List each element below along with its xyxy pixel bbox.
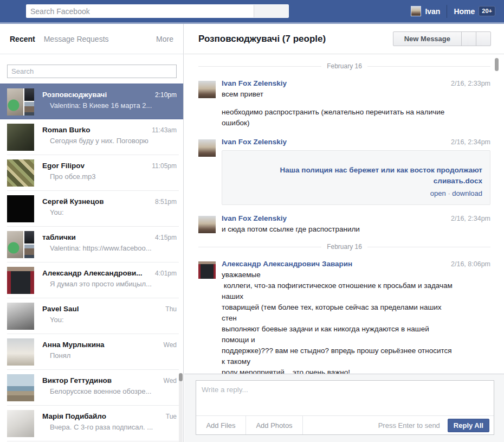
reply-toolbar: Add Files Add Photos Press Enter to send… bbox=[196, 415, 494, 434]
tab-recent[interactable]: Recent bbox=[10, 35, 35, 43]
message: Ivan Fox Zelenskiy2/16, 2:34pmНаша полиц… bbox=[198, 138, 490, 205]
thread-settings-button[interactable] bbox=[476, 31, 491, 46]
file-attachment[interactable]: Наша полиция нас бережет или как восток … bbox=[222, 150, 490, 205]
conversation-item[interactable]: Александр Александрови...4:01pmЯ думал э… bbox=[0, 262, 183, 298]
message-header: Ivan Fox Zelenskiy2/16, 2:34pm bbox=[222, 138, 490, 146]
conversation-item[interactable]: Розповсюджувачі2:10pmValentina: В Киеве … bbox=[0, 84, 183, 119]
attachment-action-download[interactable]: download bbox=[452, 189, 482, 197]
add-files-button[interactable]: Add Files bbox=[196, 416, 246, 434]
message: Александр Александрович Заварин2/16, 8:0… bbox=[198, 260, 490, 374]
conversation-top-row: Александр Александрови...4:01pm bbox=[42, 269, 177, 277]
conversation-snippet: Белорусское военное обозре... bbox=[42, 387, 177, 395]
profile-avatar[interactable] bbox=[411, 6, 421, 16]
message-line: выполняют боевые задачи и как никогда ну… bbox=[222, 324, 490, 335]
message-author-link[interactable]: Ivan Fox Zelenskiy bbox=[222, 138, 287, 146]
conversation-list: Розповсюджувачі2:10pmValentina: В Киеве … bbox=[0, 84, 183, 441]
conversation-name: Анна Мурлыкина bbox=[42, 341, 160, 349]
search-button[interactable] bbox=[254, 5, 288, 17]
global-search-input[interactable] bbox=[26, 4, 289, 18]
conversation-top-row: Pavel SaulThu bbox=[42, 305, 177, 313]
message-avatar[interactable] bbox=[198, 261, 216, 279]
tab-message-requests[interactable]: Message Requests bbox=[44, 35, 109, 43]
thread-header: Розповсюджувачі (7 people) New Message bbox=[184, 24, 504, 54]
message-timestamp: 2/16, 2:34pm bbox=[451, 215, 490, 222]
home-link[interactable]: Home bbox=[454, 7, 475, 16]
group-avatar-tile bbox=[23, 231, 34, 245]
notification-count-badge[interactable]: 20+ bbox=[479, 6, 495, 16]
messages-sidebar: Recent Message Requests More Розповсюджу… bbox=[0, 24, 184, 442]
message-line: и сюда потом ссылке где распостранили bbox=[222, 224, 490, 235]
conversation-item[interactable]: Сергей Кузнецов8:51pmYou: bbox=[0, 191, 183, 227]
message-line: стен bbox=[222, 313, 490, 324]
conversation-text: Александр Александрови...4:01pmЯ думал э… bbox=[42, 267, 177, 298]
conversation-snippet: You: bbox=[42, 316, 177, 324]
conversation-search-input[interactable] bbox=[7, 65, 177, 78]
conversation-snippet: Сегодня буду у них. Поговорю bbox=[42, 137, 177, 145]
message-line: всем привет bbox=[222, 89, 490, 100]
attachment-actions: open · download bbox=[230, 188, 482, 199]
conversation-snippet: Вчера. С 3-го раза подписал. ... bbox=[42, 423, 177, 431]
conversation-text: Roman Burko11:43amСегодня буду у них. По… bbox=[42, 124, 177, 155]
conversation-text: Виктор ГеттудиновWedБелорусское военное … bbox=[42, 374, 177, 406]
message-line: коллеги, что-за пофигистическое отношени… bbox=[222, 280, 490, 291]
message-line: необходимо распространить (желательно пе… bbox=[222, 107, 490, 118]
attachment-action-open[interactable]: open bbox=[430, 189, 446, 197]
conversation-text: Сергей Кузнецов8:51pmYou: bbox=[42, 195, 177, 227]
conversation-time: Tue bbox=[166, 413, 177, 420]
conversation-time: 11:05pm bbox=[152, 162, 177, 170]
conversation-item[interactable]: Egor Filipov11:05pmПро обсе.mp3 bbox=[0, 155, 183, 191]
conversation-snippet: Valentina: https://www.faceboo... bbox=[42, 244, 177, 252]
conversation-item[interactable]: таблички4:15pmValentina: https://www.fac… bbox=[0, 227, 183, 262]
group-avatar-tile bbox=[23, 245, 34, 258]
add-photos-button[interactable]: Add Photos bbox=[246, 416, 303, 434]
message-line: поддержке)??? вам не стыдно? впредь прош… bbox=[222, 345, 490, 356]
divider-line bbox=[367, 247, 490, 247]
conversation-avatar bbox=[7, 303, 34, 330]
conversation-text: таблички4:15pmValentina: https://www.fac… bbox=[42, 231, 177, 262]
conversation-time: Thu bbox=[165, 305, 177, 313]
sidebar-scrollbar-thumb[interactable] bbox=[179, 373, 183, 381]
conversation-item[interactable]: Анна МурлыкинаWedПонял bbox=[0, 334, 183, 370]
conversation-item[interactable]: Марія ПодибайлоTueВчера. С 3-го раза под… bbox=[0, 406, 183, 441]
conversation-text: Pavel SaulThuYou: bbox=[42, 303, 177, 334]
more-link[interactable]: More bbox=[156, 35, 173, 43]
conversation-time: 8:51pm bbox=[155, 198, 177, 206]
message-avatar[interactable] bbox=[198, 139, 216, 157]
profile-name-link[interactable]: Ivan bbox=[425, 7, 440, 16]
global-search bbox=[26, 4, 289, 18]
message-author-link[interactable]: Ivan Fox Zelenskiy bbox=[222, 214, 287, 222]
conversation-avatar bbox=[7, 159, 34, 187]
message-timestamp: 2/16, 8:06pm bbox=[451, 260, 490, 268]
conversation-avatar bbox=[7, 88, 34, 116]
message-avatar[interactable] bbox=[198, 216, 216, 233]
message-line: уважаемые bbox=[222, 270, 490, 280]
conversation-item[interactable]: Виктор ГеттудиновWedБелорусское военное … bbox=[0, 370, 183, 406]
conversation-avatar bbox=[7, 267, 34, 294]
message-avatar[interactable] bbox=[198, 81, 216, 98]
thread-actions-button[interactable] bbox=[461, 31, 476, 46]
attachment-filename[interactable]: Наша полиция нас бережет или как восток … bbox=[230, 165, 482, 187]
message-line: помощи и bbox=[222, 335, 490, 345]
divider-line bbox=[367, 66, 490, 67]
divider-line bbox=[198, 66, 321, 67]
conversation-item[interactable]: Roman Burko11:43amСегодня буду у них. По… bbox=[0, 119, 183, 155]
conversation-name: Pavel Saul bbox=[42, 305, 162, 313]
reply-input[interactable] bbox=[196, 381, 494, 415]
new-message-button[interactable]: New Message bbox=[393, 31, 462, 46]
message-timestamp: 2/16, 2:34pm bbox=[451, 138, 490, 146]
conversation-text: Розповсюджувачі2:10pmValentina: В Киеве … bbox=[42, 88, 177, 119]
reply-all-button[interactable]: Reply All bbox=[448, 419, 489, 432]
message-author-link[interactable]: Александр Александрович Заварин bbox=[222, 260, 352, 268]
message-line: ошибок) bbox=[222, 118, 490, 129]
conversation-top-row: Сергей Кузнецов8:51pm bbox=[42, 197, 177, 206]
message-line: товарищей (тем более тех, которые сейчас… bbox=[222, 302, 490, 313]
conversation-top-row: Roman Burko11:43am bbox=[42, 126, 177, 134]
conversation-top-row: Egor Filipov11:05pm bbox=[42, 162, 177, 170]
messages-scrollbar-thumb[interactable] bbox=[495, 58, 499, 71]
conversation-name: Egor Filipov bbox=[42, 162, 148, 170]
conversation-time: 4:01pm bbox=[155, 270, 177, 277]
conversation-item[interactable]: Pavel SaulThuYou: bbox=[0, 298, 183, 334]
message-paragraph: и сюда потом ссылке где распостранили bbox=[222, 224, 490, 235]
sidebar-scrollbar[interactable] bbox=[179, 373, 183, 442]
message-author-link[interactable]: Ivan Fox Zelenskiy bbox=[222, 79, 287, 87]
